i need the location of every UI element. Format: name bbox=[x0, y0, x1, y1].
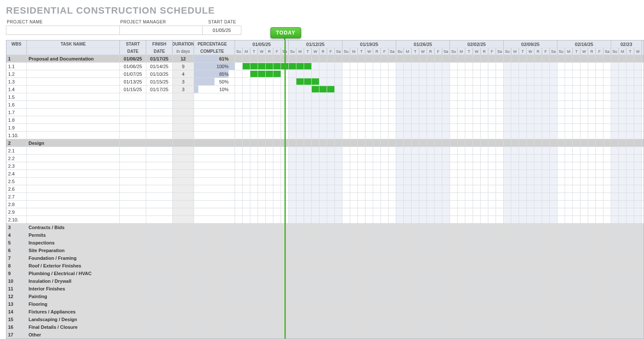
day-cell[interactable] bbox=[335, 254, 342, 261]
day-cell[interactable] bbox=[496, 323, 504, 330]
day-cell[interactable] bbox=[596, 254, 603, 261]
day-cell[interactable] bbox=[519, 170, 527, 177]
day-cell[interactable] bbox=[634, 208, 642, 215]
day-cell[interactable] bbox=[496, 147, 504, 154]
day-cell[interactable] bbox=[327, 124, 335, 131]
day-cell[interactable] bbox=[534, 277, 542, 284]
finish-cell[interactable] bbox=[146, 185, 173, 192]
day-cell[interactable] bbox=[573, 216, 580, 223]
task-cell[interactable] bbox=[27, 216, 120, 223]
day-cell[interactable] bbox=[289, 116, 296, 124]
day-cell[interactable] bbox=[389, 201, 396, 208]
day-cell[interactable] bbox=[603, 239, 611, 246]
day-cell[interactable] bbox=[319, 201, 327, 208]
day-cell[interactable] bbox=[250, 231, 258, 238]
day-cell[interactable] bbox=[534, 109, 542, 116]
day-cell[interactable] bbox=[266, 308, 273, 315]
day-cell[interactable] bbox=[412, 231, 419, 238]
finish-cell[interactable] bbox=[146, 293, 173, 300]
day-cell[interactable] bbox=[534, 270, 542, 277]
task-cell[interactable]: Roof / Exterior Finishes bbox=[27, 262, 120, 269]
day-cell[interactable] bbox=[319, 300, 327, 307]
day-cell[interactable] bbox=[243, 185, 250, 192]
day-cell[interactable] bbox=[542, 331, 550, 338]
day-cell[interactable] bbox=[473, 216, 481, 223]
day-cell[interactable] bbox=[519, 55, 527, 62]
day-cell[interactable] bbox=[603, 124, 611, 131]
duration-cell[interactable] bbox=[173, 239, 194, 246]
day-cell[interactable] bbox=[342, 162, 350, 170]
day-cell[interactable] bbox=[404, 262, 412, 269]
day-cell[interactable] bbox=[273, 285, 281, 292]
day-cell[interactable] bbox=[373, 201, 381, 208]
day-cell[interactable] bbox=[396, 285, 404, 292]
day-cell[interactable] bbox=[565, 55, 573, 62]
day-cell[interactable] bbox=[611, 208, 619, 215]
day-cell[interactable] bbox=[611, 270, 619, 277]
day-cell[interactable] bbox=[404, 285, 412, 292]
day-cell[interactable] bbox=[588, 132, 596, 139]
day-cell[interactable] bbox=[319, 139, 327, 147]
day-cell[interactable] bbox=[565, 277, 573, 284]
day-cell[interactable] bbox=[373, 178, 381, 185]
day-cell[interactable] bbox=[296, 270, 304, 277]
day-cell[interactable] bbox=[580, 247, 588, 254]
day-cell[interactable] bbox=[627, 300, 634, 307]
day-cell[interactable] bbox=[603, 300, 611, 307]
day-cell[interactable] bbox=[588, 231, 596, 238]
day-cell[interactable] bbox=[534, 132, 542, 139]
day-cell[interactable] bbox=[534, 254, 542, 261]
day-cell[interactable] bbox=[542, 247, 550, 254]
day-cell[interactable] bbox=[534, 139, 542, 147]
day-cell[interactable] bbox=[435, 208, 442, 215]
day-cell[interactable] bbox=[527, 323, 534, 330]
day-cell[interactable] bbox=[488, 109, 496, 116]
day-cell[interactable] bbox=[350, 254, 358, 261]
start-cell[interactable] bbox=[120, 101, 146, 108]
day-cell[interactable] bbox=[627, 109, 634, 116]
day-cell[interactable] bbox=[619, 86, 627, 93]
day-cell[interactable] bbox=[296, 193, 304, 200]
percent-cell[interactable] bbox=[194, 139, 235, 147]
day-cell[interactable] bbox=[335, 208, 342, 215]
day-cell[interactable] bbox=[634, 147, 642, 154]
finish-cell[interactable]: 01/14/25 bbox=[146, 63, 173, 70]
duration-cell[interactable] bbox=[173, 208, 194, 215]
day-cell[interactable] bbox=[488, 93, 496, 101]
day-cell[interactable] bbox=[465, 262, 473, 269]
day-cell[interactable] bbox=[258, 308, 266, 315]
duration-cell[interactable] bbox=[173, 139, 194, 147]
day-cell[interactable] bbox=[596, 70, 603, 78]
day-cell[interactable] bbox=[412, 262, 419, 269]
day-cell[interactable] bbox=[473, 116, 481, 124]
day-cell[interactable] bbox=[419, 193, 427, 200]
day-cell[interactable] bbox=[396, 116, 404, 124]
day-cell[interactable] bbox=[504, 277, 511, 284]
day-cell[interactable] bbox=[619, 193, 627, 200]
day-cell[interactable] bbox=[619, 247, 627, 254]
percent-cell[interactable] bbox=[194, 178, 235, 185]
day-cell[interactable] bbox=[381, 63, 389, 70]
day-cell[interactable] bbox=[465, 124, 473, 131]
day-cell[interactable] bbox=[289, 55, 296, 62]
day-cell[interactable] bbox=[496, 277, 504, 284]
day-cell[interactable] bbox=[596, 323, 603, 330]
day-cell[interactable] bbox=[250, 224, 258, 231]
day-cell[interactable] bbox=[381, 185, 389, 192]
day-cell[interactable] bbox=[573, 331, 580, 338]
day-cell[interactable] bbox=[327, 323, 335, 330]
day-cell[interactable] bbox=[534, 208, 542, 215]
day-cell[interactable] bbox=[312, 86, 319, 93]
day-cell[interactable] bbox=[358, 270, 366, 277]
day-cell[interactable] bbox=[450, 254, 458, 261]
day-cell[interactable] bbox=[304, 193, 312, 200]
percent-cell[interactable] bbox=[194, 124, 235, 131]
day-cell[interactable] bbox=[519, 78, 527, 85]
day-cell[interactable] bbox=[557, 93, 565, 101]
day-cell[interactable] bbox=[396, 147, 404, 154]
day-cell[interactable] bbox=[634, 308, 642, 315]
day-cell[interactable] bbox=[596, 224, 603, 231]
day-cell[interactable] bbox=[250, 139, 258, 147]
day-cell[interactable] bbox=[312, 254, 319, 261]
wbs-cell[interactable]: 1 bbox=[6, 55, 27, 62]
